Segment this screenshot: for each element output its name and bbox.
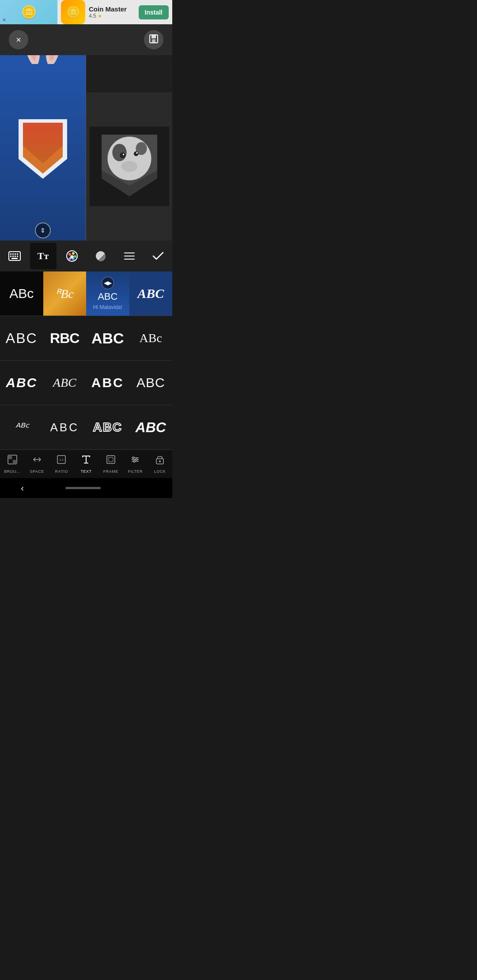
frame-label: FRAME [103,469,118,474]
background-icon [7,454,18,467]
svg-rect-23 [10,256,11,257]
font-sample-2: ᴿBc [55,286,74,301]
svg-point-48 [132,457,134,459]
font-cell-5[interactable]: ABC [0,316,43,360]
svg-point-17 [121,161,137,172]
font-cell-10[interactable]: ABC [43,361,87,405]
svg-point-15 [136,152,138,154]
font-cell-8[interactable]: ABc [129,316,173,360]
svg-rect-26 [17,256,18,257]
font-cell-9[interactable]: ABC [0,361,43,405]
font-cell-7[interactable]: ABC [86,316,129,360]
bottom-item-lock[interactable]: LOCK [148,454,172,474]
svg-rect-43 [107,456,115,464]
font-cell-15[interactable]: ABC [86,405,129,449]
lock-label: LOCK [154,469,166,474]
svg-point-34 [70,255,74,259]
svg-point-13 [133,151,138,156]
space-label: SPACE [30,469,44,474]
bottom-item-frame[interactable]: FRAME [98,454,123,474]
svg-point-8 [107,137,151,181]
svg-rect-19 [10,253,11,255]
tool-sticker[interactable] [87,243,114,269]
font-cell-14[interactable]: ABC [43,405,87,449]
bottom-item-background[interactable]: BROU... [0,454,24,474]
font-sample-4: ABC [137,286,164,301]
nav-bar: ‹ [0,478,172,498]
text-format-icon: Tт [38,250,49,262]
scroll-icon: ⇕ [40,227,45,234]
ad-install-button[interactable]: Install [139,5,169,19]
save-button[interactable] [144,30,163,49]
font-cell-6[interactable]: RBC [43,316,87,360]
ad-title: Coin Master [89,5,139,13]
tool-palette[interactable] [59,243,85,269]
font-cell-16[interactable]: ABC [129,405,173,449]
font-sample-10: ABC [53,376,76,390]
font-cell-12[interactable]: ABC [129,361,173,405]
top-toolbar: × [0,24,172,55]
font-sample-15: ABC [93,420,122,434]
home-indicator[interactable] [65,487,101,489]
svg-rect-44 [109,457,113,462]
scroll-indicator[interactable]: ⇕ [35,222,51,238]
font-cell-3[interactable]: ◀▶ ABC Hi Malavida! [86,271,129,316]
font-cell-2[interactable]: ᴿBc [43,271,87,316]
font-cell-13[interactable]: ᴬᴮᶜ [0,405,43,449]
bottom-item-filter[interactable]: FILTER [123,454,148,474]
font-sample-11: ABC [91,375,124,390]
svg-rect-40 [13,460,17,464]
tool-keyboard[interactable] [1,243,28,269]
ad-star-icon: ★ [98,13,102,19]
tool-text[interactable]: Tт [30,243,57,269]
text-label: TEXT [80,469,91,474]
svg-rect-21 [15,253,16,255]
svg-rect-27 [11,258,18,259]
background-label: BROU... [4,469,20,474]
tool-check[interactable] [145,243,171,269]
font-cell-4[interactable]: ABC [129,271,173,316]
font-sample-14: ABC [50,421,79,434]
svg-point-9 [112,144,126,162]
canvas-left-panel: ⇕ [0,55,86,241]
ad-game-image: 🪙 [0,0,57,24]
font-grid-row4: ᴬᴮᶜ ABC ABC ABC [0,405,172,449]
svg-point-14 [122,154,124,155]
tool-panel: Tт [0,241,172,271]
svg-rect-20 [12,253,14,255]
bottom-item-space[interactable]: SPACE [25,454,49,474]
font-sample-13: ᴬᴮᶜ [15,421,29,434]
font-cell-11[interactable]: ABC [86,361,129,405]
bottom-bar: BROU... SPACE 1:1 RATIO TEXT [0,449,172,478]
svg-point-31 [74,255,76,258]
bottom-item-text[interactable]: TEXT [74,454,98,474]
bottom-item-ratio[interactable]: 1:1 RATIO [49,454,74,474]
ad-banner[interactable]: 🪙 🪙 Coin Master 4.5 ★ Install ✕ [0,0,172,24]
tool-align[interactable] [116,243,143,269]
ad-close-icon[interactable]: ✕ [2,17,6,23]
font-cell-1[interactable]: ABc [0,271,43,316]
svg-point-49 [136,459,137,460]
svg-point-30 [72,252,75,255]
svg-point-29 [68,253,71,256]
ad-game-icon: 🪙 [61,0,85,24]
back-button[interactable]: ‹ [21,483,24,493]
ad-info: Coin Master 4.5 ★ [89,5,139,19]
canvas-bg: ⇕ [0,55,172,241]
font-sample-1: ABc [9,286,34,301]
canvas-right-panel [86,92,172,241]
font-grid-row3: ABC ABC ABC ABC [0,360,172,405]
canvas-area: ⇕ [0,55,172,241]
font-sample-3: ABC [98,291,117,302]
filter-icon [130,454,140,467]
save-icon [148,34,159,46]
svg-point-52 [159,460,161,462]
close-button[interactable]: × [9,30,28,49]
bunny-ears [16,55,69,64]
ratio-label: RATIO [55,469,68,474]
ratio-icon: 1:1 [56,454,67,467]
font-nav-icon[interactable]: ◀▶ [102,277,114,289]
font-sample-8: ABc [140,331,162,345]
space-icon [32,454,42,467]
font-grid-row2: ABC RBC ABC ABc [0,316,172,360]
